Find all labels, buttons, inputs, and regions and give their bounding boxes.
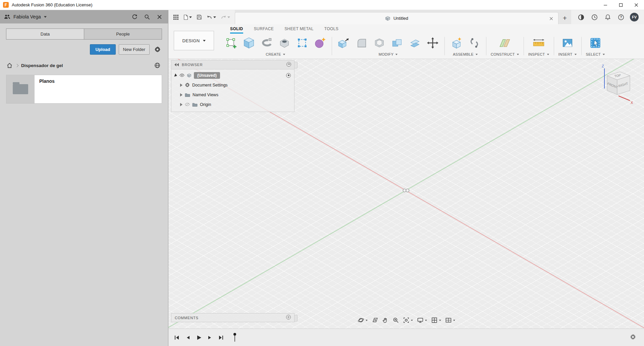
skip-to-end-button[interactable]: [217, 334, 225, 341]
inspect-dropdown[interactable]: INSPECT: [528, 51, 549, 58]
move-copy-button[interactable]: [425, 35, 440, 51]
title-bar: F Autodesk Fusion 360 (Education License…: [0, 0, 644, 10]
redo-button[interactable]: [219, 12, 231, 22]
viewport-canvas[interactable]: BROWSER: [168, 59, 644, 329]
fit-button[interactable]: [402, 316, 414, 324]
help-button[interactable]: ?: [616, 12, 626, 22]
viewports-button[interactable]: [444, 316, 456, 324]
step-back-button[interactable]: [184, 334, 192, 341]
new-component-button[interactable]: [449, 35, 464, 51]
add-comment-button[interactable]: [286, 315, 291, 321]
new-tab-button[interactable]: +: [558, 12, 571, 24]
measure-button[interactable]: [531, 35, 546, 51]
press-pull-button[interactable]: [336, 35, 351, 51]
insert-dropdown[interactable]: INSERT: [558, 51, 577, 58]
show-data-panel-button[interactable]: [172, 12, 180, 22]
revolve-button[interactable]: [259, 35, 274, 51]
root-node-label[interactable]: (Unsaved): [194, 72, 220, 79]
hole-button[interactable]: [277, 35, 292, 51]
split-body-button[interactable]: [408, 35, 422, 51]
avatar[interactable]: FV: [630, 13, 639, 21]
fillet-button[interactable]: [354, 35, 369, 51]
joint-button[interactable]: [467, 35, 482, 51]
tab-sheet-metal[interactable]: SHEET METAL: [284, 26, 314, 34]
isolate-button[interactable]: [286, 62, 291, 68]
tab-surface[interactable]: SURFACE: [254, 26, 274, 34]
select-dropdown[interactable]: SELECT: [586, 51, 605, 58]
modify-dropdown[interactable]: MODIFY: [379, 51, 398, 58]
expand-arrow-icon[interactable]: [180, 103, 182, 106]
open-on-web-button[interactable]: [153, 61, 162, 70]
extensions-button[interactable]: [577, 12, 586, 22]
create-dropdown[interactable]: CREATE: [266, 51, 285, 58]
tree-row-origin[interactable]: Origin: [171, 100, 294, 109]
new-folder-button[interactable]: New Folder: [119, 44, 150, 55]
close-window-button[interactable]: [629, 0, 644, 10]
refresh-button[interactable]: [130, 12, 139, 21]
step-forward-button[interactable]: [206, 334, 214, 341]
zoom-button[interactable]: [392, 316, 400, 324]
expand-arrow-icon[interactable]: [180, 83, 182, 87]
workspace-switcher[interactable]: DESIGN: [174, 31, 214, 50]
skip-to-start-button[interactable]: [173, 334, 180, 341]
eye-off-icon[interactable]: [185, 103, 190, 106]
tree-row-document-settings[interactable]: Document Settings: [171, 80, 294, 90]
tab-data[interactable]: Data: [6, 29, 84, 39]
chevron-down-icon[interactable]: [44, 16, 47, 18]
comments-bar[interactable]: COMMENTS: [171, 313, 294, 322]
extrude-button[interactable]: [241, 35, 256, 51]
tab-tools[interactable]: TOOLS: [324, 26, 338, 34]
expand-arrow-icon[interactable]: [174, 73, 178, 77]
insert-canvas-button[interactable]: [560, 35, 575, 51]
play-button[interactable]: [195, 334, 203, 341]
tab-people[interactable]: People: [84, 29, 162, 39]
activate-radio-icon[interactable]: [286, 73, 291, 78]
file-menu-button[interactable]: [182, 12, 193, 22]
select-button[interactable]: [588, 35, 603, 51]
construct-plane-button[interactable]: [497, 35, 512, 51]
search-button[interactable]: [142, 12, 152, 21]
tree-row-root[interactable]: (Unsaved): [171, 70, 294, 80]
base-feature-button[interactable]: [295, 35, 310, 51]
assemble-dropdown[interactable]: ASSEMBLE: [453, 51, 478, 58]
panel-settings-button[interactable]: [153, 45, 162, 54]
panel-resize-handle[interactable]: [294, 315, 298, 322]
tree-row-named-views[interactable]: Named Views: [171, 90, 294, 100]
job-status-button[interactable]: [590, 12, 599, 22]
close-panel-button[interactable]: [155, 12, 164, 21]
orbit-button[interactable]: [357, 316, 369, 324]
maximize-button[interactable]: [613, 0, 629, 10]
eye-icon[interactable]: [179, 73, 184, 77]
close-tab-button[interactable]: [548, 15, 554, 21]
notifications-button[interactable]: [603, 12, 612, 22]
origin-marker-icon[interactable]: [402, 188, 410, 193]
look-at-button[interactable]: [371, 316, 379, 324]
document-tab-untitled[interactable]: Untitled: [235, 12, 558, 24]
user-name[interactable]: Fabiola Vega: [13, 14, 41, 19]
undo-button[interactable]: [205, 12, 217, 22]
create-sketch-button[interactable]: [224, 35, 238, 51]
create-form-button[interactable]: [313, 35, 327, 51]
tab-solid[interactable]: SOLID: [230, 26, 243, 34]
collapse-icon[interactable]: [174, 63, 179, 66]
chevron-down-icon: [283, 54, 285, 55]
timeline-settings-button[interactable]: [630, 334, 636, 341]
folder-item-planos[interactable]: Planos: [6, 75, 162, 104]
timeline-position-marker[interactable]: [232, 333, 237, 343]
display-settings-button[interactable]: [416, 316, 428, 324]
pan-button[interactable]: [381, 316, 389, 324]
view-cube[interactable]: Z X TOP FRONT RIGHT: [593, 63, 637, 105]
combine-button[interactable]: [390, 35, 405, 51]
minimize-button[interactable]: [598, 0, 613, 10]
redo-icon: [221, 14, 226, 20]
home-button[interactable]: [6, 62, 13, 69]
construct-dropdown[interactable]: CONSTRUCT: [491, 51, 519, 58]
save-button[interactable]: [195, 12, 203, 22]
breadcrumb-project[interactable]: Dispensador de gel: [21, 63, 63, 68]
shell-button[interactable]: [372, 35, 387, 51]
grid-settings-button[interactable]: [430, 316, 442, 324]
panel-resize-handle[interactable]: [294, 62, 298, 68]
job-status-icon: [591, 14, 598, 20]
expand-arrow-icon[interactable]: [180, 93, 182, 97]
upload-button[interactable]: Upload: [90, 44, 115, 55]
